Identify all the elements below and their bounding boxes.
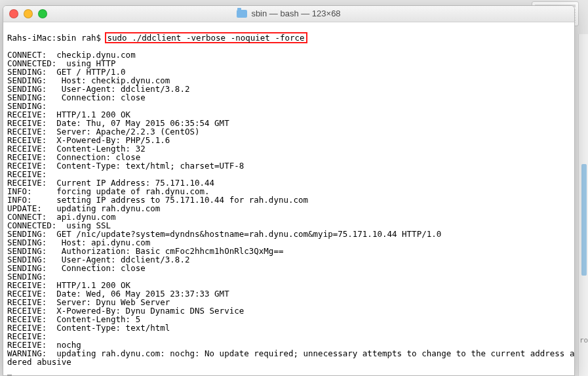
window-titlebar[interactable]: sbin — bash — 123×68: [3, 6, 574, 22]
background-color-chip: [581, 164, 587, 276]
window-title: sbin — bash — 123×68: [3, 9, 574, 18]
terminal-output-line: SENDING: Connection: close: [7, 264, 570, 272]
highlighted-command: sudo ./ddclient -verbose -noquiet -force: [105, 32, 307, 43]
window-title-text: sbin — bash — 123×68: [251, 9, 340, 18]
terminal-content[interactable]: Rahs-iMac:sbin rah$ sudo ./ddclient -ver…: [3, 22, 574, 376]
zoom-icon[interactable]: [38, 9, 47, 18]
shell-prompt: Rahs-iMac:sbin rah$: [7, 33, 106, 43]
close-icon[interactable]: [9, 9, 18, 18]
folder-icon: [237, 10, 247, 18]
minimize-icon[interactable]: [24, 9, 33, 18]
terminal-output-line: RECEIVE:: [7, 332, 570, 341]
terminal-window: sbin — bash — 123×68 Rahs-iMac:sbin rah$…: [3, 5, 575, 376]
prompt-line: Rahs-iMac:sbin rah$ sudo ./ddclient -ver…: [7, 33, 570, 42]
terminal-output-line: SENDING: Connection: close: [7, 93, 570, 102]
terminal-output-line: WARNING: updating rah.dynu.com: nochg: N…: [7, 349, 570, 358]
window-controls: [3, 9, 47, 18]
command-text: sudo ./ddclient -verbose -noquiet -force: [108, 33, 305, 43]
terminal-output-line: RECEIVE: Content-Type: text/html: [7, 324, 570, 332]
terminal-output-line: dered abusive: [7, 358, 570, 366]
background-truncated-text: rou: [579, 337, 588, 346]
terminal-output-line: RECEIVE: Content-Type: text/html; charse…: [7, 161, 570, 170]
